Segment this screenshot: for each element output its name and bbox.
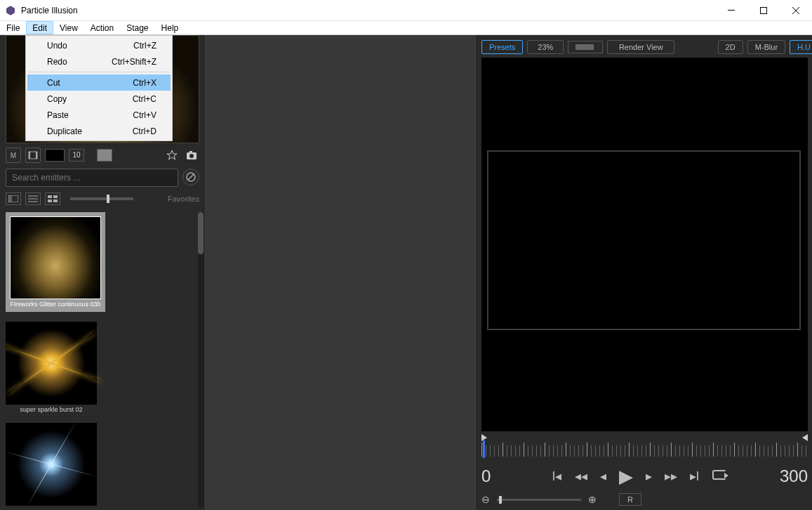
close-button[interactable]: [780, 0, 812, 21]
render-view-button[interactable]: Render View: [607, 40, 674, 54]
svg-rect-1: [728, 10, 735, 11]
zoom-out-icon[interactable]: ⊖: [481, 494, 490, 505]
current-frame: 0: [481, 466, 515, 486]
play-button[interactable]: ▶: [619, 469, 633, 484]
favorites-label: Favorites: [168, 195, 199, 203]
weight-input[interactable]: 10: [69, 149, 84, 162]
zoom-bar[interactable]: [568, 41, 603, 53]
grid-view-icon[interactable]: [45, 192, 60, 205]
edit-dropdown: UndoCtrl+Z RedoCtrl+Shift+Z CutCtrl+X Co…: [25, 35, 173, 141]
menubar: File Edit View Action Stage Help: [0, 21, 812, 35]
menu-file[interactable]: File: [0, 21, 26, 34]
maximize-button[interactable]: [747, 0, 780, 21]
svg-rect-20: [53, 195, 58, 198]
timeline-zoom-slider[interactable]: [497, 499, 581, 501]
titlebar: Particle Illusion: [0, 0, 812, 21]
emitter-item[interactable]: Fireworks Glitter continuous 03b: [6, 212, 105, 312]
clear-search-icon[interactable]: [182, 169, 199, 185]
window-title: Particle Illusion: [21, 6, 78, 15]
list-view-icon[interactable]: [25, 192, 41, 205]
app-icon: [6, 6, 15, 15]
menu-help[interactable]: Help: [155, 21, 185, 34]
minimize-button[interactable]: [715, 0, 747, 21]
middle-panel: [204, 35, 477, 510]
emitter-list: Fireworks Glitter continuous 03b super s…: [6, 212, 199, 507]
svg-rect-7: [36, 152, 37, 159]
playhead-cursor[interactable]: [483, 440, 485, 458]
presets-button[interactable]: Presets: [481, 40, 523, 54]
emitter-caption: Fireworks Glitter continuous 03b: [10, 301, 101, 308]
zoom-in-icon[interactable]: ⊕: [588, 494, 597, 505]
film-icon[interactable]: [25, 148, 41, 163]
stage-frame: [487, 150, 801, 330]
menu-redo[interactable]: RedoCtrl+Shift+Z: [27, 53, 171, 70]
step-forward-button[interactable]: ▸: [646, 469, 652, 484]
time-ruler[interactable]: [481, 443, 808, 458]
menu-edit[interactable]: Edit: [26, 21, 53, 34]
rewind-button[interactable]: ◂◂: [575, 469, 587, 484]
menu-action[interactable]: Action: [84, 21, 120, 34]
fast-forward-button[interactable]: ▸▸: [665, 469, 677, 484]
svg-line-13: [188, 174, 194, 180]
menu-view[interactable]: View: [53, 21, 84, 34]
menu-copy[interactable]: CopyCtrl+C: [27, 91, 171, 107]
mode-m-button[interactable]: M: [6, 148, 21, 163]
svg-rect-10: [189, 151, 192, 153]
menu-stage[interactable]: Stage: [120, 21, 154, 34]
svg-rect-6: [29, 152, 30, 159]
zoom-percent[interactable]: 23%: [527, 40, 564, 54]
stage-viewport[interactable]: [481, 58, 808, 431]
camera-icon[interactable]: [184, 148, 199, 163]
right-panel: Presets 23% Render View 2D M-Blur H.U 0 …: [477, 35, 812, 510]
r-button[interactable]: R: [619, 493, 641, 506]
emitter-tool-strip: M 10: [6, 147, 199, 164]
color-swatch[interactable]: [45, 149, 65, 162]
content: M 10 Favori: [0, 35, 812, 510]
thumb-size-slider[interactable]: [70, 197, 133, 200]
goto-end-button[interactable]: ▸I: [690, 469, 700, 484]
menu-undo[interactable]: UndoCtrl+Z: [27, 37, 171, 53]
svg-marker-0: [7, 6, 15, 14]
menu-paste[interactable]: PasteCtrl+V: [27, 107, 171, 123]
emitter-item[interactable]: [6, 423, 199, 507]
emitter-thumb: [10, 216, 101, 299]
menu-separator: [28, 72, 170, 72]
step-back-button[interactable]: ◂: [600, 469, 606, 484]
svg-rect-21: [48, 200, 52, 202]
svg-marker-8: [167, 150, 177, 159]
emitter-caption: super sparkle burst 02: [6, 406, 97, 413]
gray-toggle[interactable]: [97, 149, 112, 162]
end-frame: 300: [763, 466, 808, 486]
mode-2d-button[interactable]: 2D: [718, 40, 743, 54]
emitter-item[interactable]: super sparkle burst 02: [6, 322, 199, 413]
search-input[interactable]: [6, 169, 178, 187]
emitter-scrollbar[interactable]: [198, 212, 204, 507]
view-strip: Favorites: [6, 191, 199, 207]
menu-cut[interactable]: CutCtrl+X: [27, 74, 171, 91]
loop-button[interactable]: [712, 469, 726, 484]
detail-view-icon[interactable]: [6, 192, 21, 205]
range-end-handle[interactable]: [802, 434, 808, 441]
emitter-thumb: [6, 423, 97, 506]
mblur-button[interactable]: M-Blur: [747, 40, 785, 54]
svg-rect-19: [48, 195, 52, 198]
viewport-toolbar: Presets 23% Render View 2D M-Blur H.U: [481, 39, 812, 55]
transport-bar: 0 I◂ ◂◂ ◂ ▶ ▸ ▸▸ ▸I 300: [481, 464, 808, 489]
menu-duplicate[interactable]: DuplicateCtrl+D: [27, 123, 171, 139]
search-row: [6, 169, 199, 187]
svg-rect-22: [53, 200, 58, 202]
svg-rect-15: [8, 195, 12, 202]
timeline-zoom-row: ⊖ ⊕ R: [481, 492, 808, 507]
svg-rect-2: [761, 7, 767, 13]
svg-point-11: [189, 154, 194, 158]
goto-start-button[interactable]: I◂: [552, 469, 561, 484]
emitter-thumb: [6, 322, 97, 405]
star-icon[interactable]: [164, 148, 180, 163]
hud-button[interactable]: H.U: [790, 40, 812, 54]
timeline-range[interactable]: [481, 434, 808, 441]
